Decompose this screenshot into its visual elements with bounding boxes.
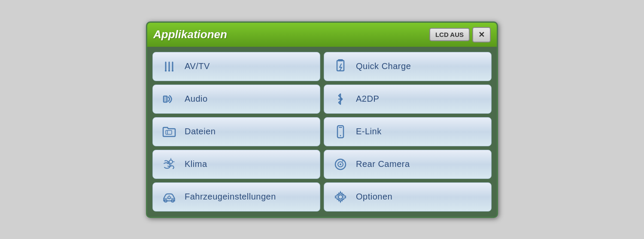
avtv-icon: [161, 59, 178, 74]
app-grid: AV/TV Quick Charge: [152, 52, 492, 212]
rear-camera-label: Rear Camera: [356, 159, 410, 169]
rear-camera-button[interactable]: Rear Camera: [324, 150, 492, 179]
audio-icon: [161, 91, 178, 107]
klima-icon: [161, 157, 178, 172]
elink-button[interactable]: E-Link: [324, 117, 492, 146]
gear-icon: [332, 189, 349, 205]
elink-label: E-Link: [356, 127, 382, 136]
audio-button[interactable]: Audio: [152, 85, 320, 114]
folder-icon: [161, 124, 178, 139]
quick-charge-label: Quick Charge: [356, 61, 411, 71]
klima-button[interactable]: Klima: [152, 150, 320, 179]
optionen-button[interactable]: Optionen: [324, 182, 492, 212]
svg-point-16: [169, 160, 173, 163]
a2dp-button[interactable]: A2DP: [324, 85, 492, 114]
charge-icon: [332, 59, 349, 74]
dialog-title: Applikationen: [153, 28, 227, 41]
dateien-button[interactable]: Dateien: [152, 117, 320, 146]
bluetooth-icon: [332, 91, 349, 107]
svg-point-24: [342, 160, 343, 161]
optionen-label: Optionen: [356, 192, 392, 202]
audio-label: Audio: [185, 94, 208, 104]
avtv-button[interactable]: AV/TV: [152, 52, 320, 81]
klima-label: Klima: [185, 159, 207, 169]
svg-rect-11: [166, 130, 172, 134]
phone-icon: [332, 124, 349, 139]
header-buttons: LCD AUS ✕: [429, 27, 491, 42]
svg-point-28: [168, 196, 170, 198]
svg-point-23: [340, 163, 341, 165]
lcd-aus-button[interactable]: LCD AUS: [429, 28, 470, 41]
avtv-label: AV/TV: [185, 61, 210, 71]
fahrzeug-button[interactable]: Fahrzeugeinstellungen: [152, 182, 320, 212]
dateien-label: Dateien: [185, 127, 216, 136]
quick-charge-button[interactable]: Quick Charge: [324, 52, 492, 81]
close-button[interactable]: ✕: [472, 27, 491, 42]
dialog-body: AV/TV Quick Charge: [147, 47, 497, 217]
svg-point-33: [338, 195, 343, 199]
car-icon: [161, 189, 178, 205]
fahrzeug-label: Fahrzeugeinstellungen: [185, 192, 276, 202]
dialog-header: Applikationen LCD AUS ✕: [147, 23, 497, 47]
camera-icon: [332, 157, 349, 172]
svg-point-15: [340, 135, 341, 136]
applikationen-dialog: Applikationen LCD AUS ✕ AV: [146, 21, 498, 218]
a2dp-label: A2DP: [356, 94, 379, 104]
